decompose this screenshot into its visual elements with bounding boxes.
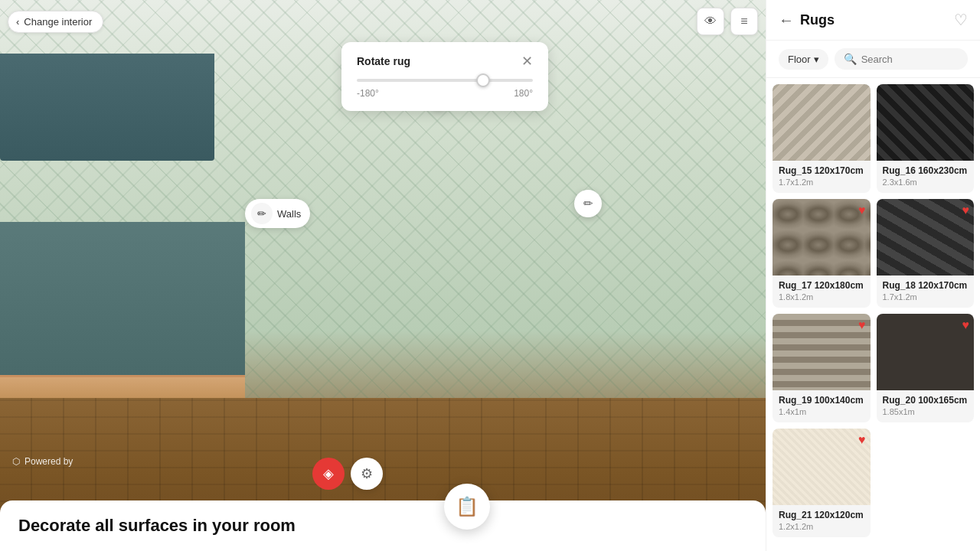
- rug-info-21: Rug_21 120x120cm 1.2x1.2m: [773, 505, 871, 537]
- walls-label-text: Walls: [277, 208, 301, 220]
- layers-button[interactable]: ◈: [312, 458, 345, 490]
- floor-filter-label: Floor: [788, 54, 811, 65]
- viewer-area: ‹ Change interior 👁 ≡ Rotate rug ✕: [0, 0, 766, 551]
- fab-icon: 📋: [456, 496, 479, 517]
- rug-grid: Rug_15 120x170cm 1.7x1.2m Rug_16 160x230…: [766, 78, 980, 551]
- rotate-slider-container: [357, 79, 533, 82]
- rug-name-16: Rug_16 160x230cm: [883, 165, 969, 176]
- rug-name-18: Rug_18 120x170cm: [883, 280, 969, 291]
- slider-max-label: 180°: [514, 88, 533, 99]
- rug-size-19: 1.4x1m: [779, 407, 864, 416]
- rug-info-19: Rug_19 100x140cm 1.4x1m: [773, 390, 871, 422]
- menu-icon: ≡: [740, 15, 747, 28]
- rug-thumb-18: ♥: [877, 199, 975, 276]
- rug-item-18[interactable]: ♥ Rug_18 120x170cm 1.7x1.2m: [877, 199, 975, 308]
- rug-heart-17[interactable]: ♥: [858, 204, 866, 217]
- rotate-rug-header: Rotate rug ✕: [357, 54, 533, 68]
- bottom-overlay: Decorate all surfaces in your room: [0, 500, 766, 551]
- change-interior-label: Change interior: [24, 16, 92, 28]
- rug-item-21[interactable]: ♥ Rug_21 120x120cm 1.2x1.2m: [773, 429, 871, 537]
- slider-min-label: -180°: [357, 88, 379, 99]
- furniture-icon: ✏: [583, 197, 593, 210]
- walls-edit-icon: ✏: [251, 203, 273, 224]
- fab-button[interactable]: 📋: [444, 484, 490, 530]
- rug-size-17: 1.8x1.2m: [779, 292, 864, 302]
- eye-slash-icon: 👁: [704, 15, 717, 28]
- dropdown-arrow-icon: ▾: [814, 54, 819, 65]
- rug-info-16: Rug_16 160x230cm 2.3x1.6m: [877, 161, 975, 193]
- rug-size-18: 1.7x1.2m: [883, 292, 969, 302]
- panel-back-button[interactable]: ←: [779, 11, 794, 29]
- rug-name-20: Rug_20 100x165cm: [883, 395, 969, 406]
- toolbar-right: 👁 ≡: [697, 8, 758, 35]
- rug-size-15: 1.7x1.2m: [779, 178, 864, 187]
- layers-icon: ◈: [323, 465, 334, 482]
- rug-info-18: Rug_18 120x170cm 1.7x1.2m: [877, 276, 975, 308]
- rug-name-15: Rug_15 120x170cm: [779, 165, 864, 176]
- rug-thumb-21: ♥: [773, 429, 871, 505]
- viewer-toolbar: ‹ Change interior 👁 ≡: [8, 8, 758, 35]
- rug-size-20: 1.85x1m: [883, 407, 969, 416]
- slider-thumb[interactable]: [476, 73, 490, 87]
- rug-heart-21[interactable]: ♥: [858, 433, 866, 447]
- search-box: 🔍: [835, 48, 968, 70]
- powered-by: ⬡ Powered by: [12, 456, 73, 467]
- powered-by-text: Powered by: [24, 456, 73, 467]
- rotate-rug-title: Rotate rug: [357, 55, 410, 67]
- panel-favorite-button[interactable]: ♡: [954, 11, 968, 29]
- eye-slash-button[interactable]: 👁: [697, 8, 724, 35]
- rug-size-16: 2.3x1.6m: [883, 178, 969, 187]
- powered-by-logo: ⬡: [12, 456, 20, 467]
- rug-thumb-15: [773, 84, 871, 161]
- upper-cabinet: [0, 54, 214, 161]
- rug-thumb-19: ♥: [773, 314, 871, 390]
- furniture-edit-button[interactable]: ✏: [574, 190, 602, 217]
- back-arrow-icon: ‹: [16, 16, 19, 28]
- rug-thumb-20: ♥: [877, 314, 975, 390]
- rug-thumb-16: [877, 84, 975, 161]
- rug-name-19: Rug_19 100x140cm: [779, 395, 864, 406]
- search-icon: 🔍: [844, 53, 857, 65]
- rug-info-17: Rug_17 120x180cm 1.8x1.2m: [773, 276, 871, 308]
- rug-heart-18[interactable]: ♥: [962, 204, 970, 217]
- settings-icon: ⚙: [361, 465, 373, 482]
- rug-thumb-17: ♥: [773, 199, 871, 276]
- rotate-rug-panel: Rotate rug ✕ -180° 180°: [341, 42, 548, 111]
- settings-button[interactable]: ⚙: [351, 458, 383, 490]
- filter-row: Floor ▾ 🔍: [766, 41, 980, 78]
- rug-size-21: 1.2x1.2m: [779, 522, 864, 531]
- rug-item-15[interactable]: Rug_15 120x170cm 1.7x1.2m: [773, 84, 871, 193]
- walls-label[interactable]: ✏ Walls: [245, 199, 310, 228]
- panel-title-row: ← Rugs: [779, 11, 835, 29]
- slider-track: [357, 79, 533, 82]
- panel-title: Rugs: [800, 12, 835, 28]
- menu-button[interactable]: ≡: [730, 8, 758, 35]
- panel-header: ← Rugs ♡: [766, 0, 980, 41]
- rug-item-17[interactable]: ♥ Rug_17 120x180cm 1.8x1.2m: [773, 199, 871, 308]
- rug-name-17: Rug_17 120x180cm: [779, 280, 864, 291]
- rug-item-20[interactable]: ♥ Rug_20 100x165cm 1.85x1m: [877, 314, 975, 422]
- rug-name-21: Rug_21 120x120cm: [779, 510, 864, 520]
- floor-filter-dropdown[interactable]: Floor ▾: [779, 49, 828, 70]
- search-input[interactable]: [861, 54, 959, 65]
- rug-info-20: Rug_20 100x165cm 1.85x1m: [877, 390, 975, 422]
- slider-labels: -180° 180°: [357, 88, 533, 99]
- right-panel: ← Rugs ♡ Floor ▾ 🔍 Rug_15 120x170cm: [766, 0, 980, 551]
- rotate-rug-close-button[interactable]: ✕: [521, 54, 533, 68]
- cabinet-lower: [0, 222, 245, 375]
- overlay-headline: Decorate all surfaces in your room: [18, 516, 296, 536]
- bottom-toolbar: ◈ ⚙: [312, 458, 383, 490]
- rug-heart-19[interactable]: ♥: [858, 318, 866, 332]
- rug-heart-20[interactable]: ♥: [962, 318, 970, 332]
- rug-info-15: Rug_15 120x170cm 1.7x1.2m: [773, 161, 871, 193]
- rug-item-16[interactable]: Rug_16 160x230cm 2.3x1.6m: [877, 84, 975, 193]
- rug-item-19[interactable]: ♥ Rug_19 100x140cm 1.4x1m: [773, 314, 871, 422]
- change-interior-button[interactable]: ‹ Change interior: [8, 11, 103, 33]
